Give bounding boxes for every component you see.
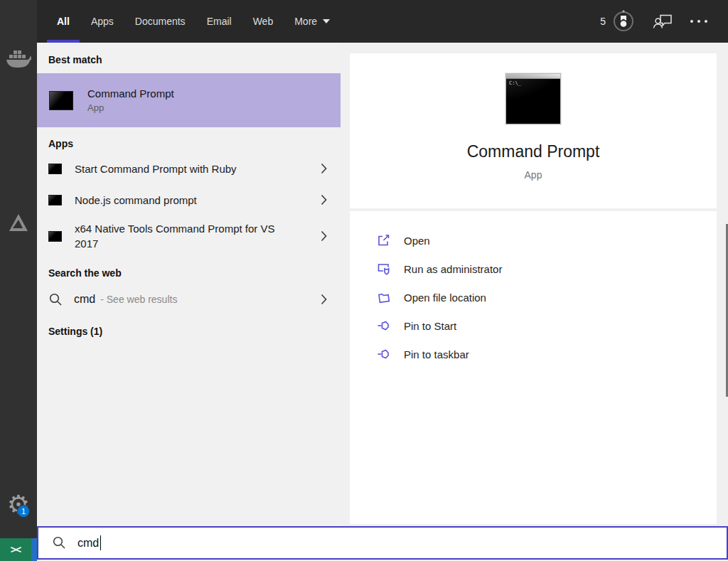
chevron-right-icon	[321, 194, 328, 205]
vscode-remote-icon[interactable]: ><	[0, 538, 31, 561]
tab-apps[interactable]: Apps	[91, 0, 114, 43]
app-result-nodejs-prompt[interactable]: Node.js command prompt	[37, 184, 341, 215]
filter-tabs: All Apps Documents Email Web More	[57, 0, 330, 43]
tab-more[interactable]: More	[294, 0, 330, 43]
pin-icon	[377, 319, 391, 333]
pin-to-taskbar-action[interactable]: Pin to taskbar	[350, 340, 717, 368]
settings-header: Settings (1)	[37, 315, 341, 345]
feedback-icon[interactable]	[653, 13, 673, 30]
command-prompt-preview-icon: C:\_	[505, 73, 561, 124]
chevron-right-icon	[321, 230, 328, 242]
best-match-header: Best match	[37, 43, 341, 73]
rewards-button[interactable]: 5	[600, 9, 636, 33]
search-input[interactable]: cmd	[37, 526, 728, 560]
docker-icon[interactable]	[0, 50, 37, 70]
search-web-header: Search the web	[37, 257, 341, 284]
tab-all[interactable]: All	[57, 0, 70, 43]
text-cursor	[100, 535, 101, 550]
azure-icon[interactable]	[0, 212, 37, 233]
preview-type: App	[525, 169, 542, 181]
web-query-text: cmd	[74, 293, 95, 306]
run-as-admin-icon	[377, 262, 391, 276]
web-hint-text: - See web results	[100, 294, 177, 305]
apps-header: Apps	[37, 127, 341, 153]
terminal-icon	[48, 231, 62, 242]
open-icon	[377, 233, 391, 247]
tab-web[interactable]: Web	[253, 0, 274, 43]
pin-icon	[377, 347, 391, 361]
rewards-count: 5	[600, 16, 606, 27]
best-match-type: App	[87, 102, 174, 113]
taskbar-app-strip[interactable]	[31, 538, 37, 561]
command-prompt-icon	[49, 91, 73, 110]
tab-email[interactable]: Email	[207, 0, 232, 43]
pin-to-start-action[interactable]: Pin to Start	[350, 311, 717, 340]
terminal-icon	[48, 195, 62, 205]
preview-title: Command Prompt	[467, 142, 600, 161]
preview-header-card: C:\_ Command Prompt App	[350, 53, 717, 208]
best-match-title: Command Prompt	[87, 87, 174, 100]
settings-notification-badge: 1	[17, 505, 30, 518]
preview-actions-card: Open Run as administrator Open file loca…	[350, 211, 717, 524]
preview-panel: C:\_ Command Prompt App Open Run a	[341, 43, 728, 561]
open-file-location-action[interactable]: Open file location	[350, 283, 717, 311]
app-sidebar: ⚙ 1	[0, 0, 37, 561]
run-as-administrator-action[interactable]: Run as administrator	[350, 255, 717, 283]
more-options-icon[interactable]	[690, 19, 708, 23]
web-search-result[interactable]: cmd - See web results	[37, 284, 341, 315]
rewards-medal-icon	[611, 9, 636, 33]
chevron-right-icon	[321, 294, 328, 305]
terminal-icon	[48, 164, 62, 174]
app-result-x64-native-tools[interactable]: x64 Native Tools Command Prompt for VS 2…	[37, 215, 341, 257]
open-action[interactable]: Open	[350, 226, 717, 255]
search-icon	[48, 292, 63, 307]
search-input-value: cmd	[77, 537, 99, 550]
best-match-result[interactable]: Command Prompt App	[37, 73, 341, 127]
topbar-right-icons: 5	[600, 9, 728, 33]
search-filter-bar: All Apps Documents Email Web More 5	[37, 0, 728, 43]
chevron-down-icon	[323, 19, 330, 23]
chevron-right-icon	[321, 163, 328, 174]
tab-documents[interactable]: Documents	[135, 0, 186, 43]
settings-gear-icon[interactable]: ⚙ 1	[0, 486, 37, 523]
app-result-ruby-prompt[interactable]: Start Command Prompt with Ruby	[37, 153, 341, 184]
search-icon	[52, 535, 67, 550]
search-results-panel: Best match Command Prompt App Apps Start…	[37, 43, 341, 526]
open-file-location-icon	[377, 290, 391, 304]
